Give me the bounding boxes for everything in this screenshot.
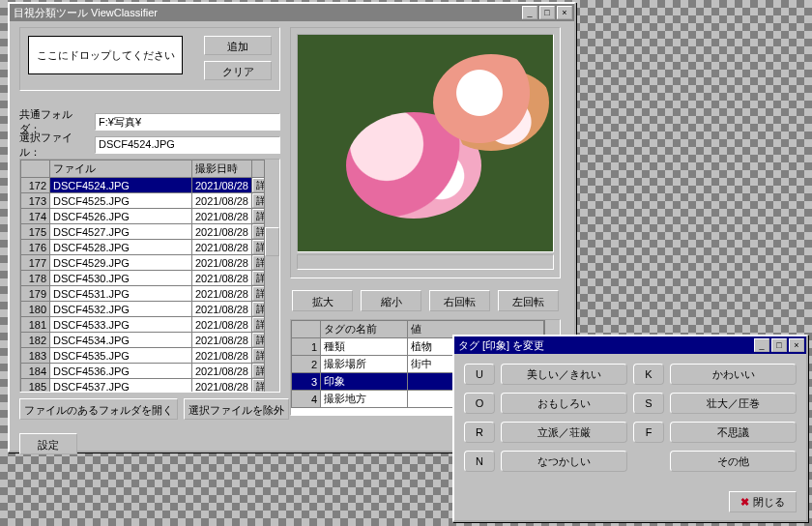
tag-option-key[interactable]: N bbox=[464, 451, 495, 472]
drop-panel: ここにドロップしてください 追加 クリア bbox=[19, 27, 280, 91]
dialog-title: タグ [印象] を変更 bbox=[456, 338, 752, 353]
tag-option-key[interactable]: R bbox=[464, 422, 495, 443]
cell-datetime: 2021/08/28 bbox=[191, 317, 251, 333]
remove-selected-button[interactable]: 選択ファイルを除外 bbox=[184, 398, 289, 420]
rotate-right-button[interactable]: 右回転 bbox=[429, 290, 490, 311]
table-row[interactable]: 177DSCF4529.JPG2021/08/28詳細 bbox=[21, 255, 279, 271]
file-grid-scrollbar[interactable] bbox=[264, 160, 279, 392]
table-row[interactable]: 185DSCF4537.JPG2021/08/28詳細 bbox=[21, 379, 279, 394]
cell-file: DSCF4528.JPG bbox=[50, 240, 192, 255]
add-button[interactable]: 追加 bbox=[204, 36, 272, 55]
open-folder-button[interactable]: ファイルのあるフォルダを開く bbox=[19, 398, 178, 420]
tag-col-name[interactable]: タグの名前 bbox=[321, 321, 408, 338]
preview-scrollbar[interactable] bbox=[297, 254, 554, 270]
maximize-icon[interactable]: □ bbox=[539, 6, 555, 19]
cell-datetime: 2021/08/28 bbox=[191, 333, 251, 348]
table-row[interactable]: 181DSCF4533.JPG2021/08/28詳細 bbox=[21, 317, 279, 333]
cell-file: DSCF4524.JPG bbox=[50, 178, 192, 193]
cell-file: DSCF4531.JPG bbox=[50, 286, 192, 302]
cell-datetime: 2021/08/28 bbox=[191, 209, 251, 224]
tag-row-number: 2 bbox=[292, 356, 321, 373]
table-row[interactable]: 182DSCF4534.JPG2021/08/28詳細 bbox=[21, 333, 279, 348]
tag-name-cell: 印象 bbox=[321, 373, 408, 391]
row-number: 185 bbox=[21, 379, 50, 394]
selfile-field[interactable]: DSCF4524.JPG bbox=[95, 136, 280, 154]
tag-option-button[interactable]: 壮大／圧巻 bbox=[670, 393, 797, 414]
table-row[interactable]: 184DSCF4536.JPG2021/08/28詳細 bbox=[21, 364, 279, 379]
cell-file: DSCF4527.JPG bbox=[50, 224, 192, 240]
drop-target[interactable]: ここにドロップしてください bbox=[28, 36, 183, 74]
tag-option: Kかわいい bbox=[633, 364, 797, 385]
tag-option-button[interactable]: 立派／荘厳 bbox=[501, 422, 627, 443]
settings-button[interactable]: 設定 bbox=[19, 433, 77, 454]
tag-option-button[interactable]: かわいい bbox=[670, 364, 797, 385]
row-number: 177 bbox=[21, 255, 50, 271]
table-row[interactable]: 178DSCF4530.JPG2021/08/28詳細 bbox=[21, 271, 279, 286]
cell-file: DSCF4529.JPG bbox=[50, 255, 192, 271]
tag-name-cell: 撮影地方 bbox=[321, 391, 408, 408]
tag-row-number: 3 bbox=[292, 373, 321, 391]
tag-option-key[interactable]: O bbox=[464, 393, 495, 414]
tag-option: その他 bbox=[633, 451, 797, 472]
minimize-icon[interactable]: _ bbox=[522, 6, 537, 19]
cell-file: DSCF4525.JPG bbox=[50, 193, 192, 209]
folder-field[interactable]: F:¥写真¥ bbox=[95, 113, 280, 131]
dialog-close-icon[interactable]: × bbox=[789, 338, 804, 352]
cell-datetime: 2021/08/28 bbox=[191, 178, 251, 193]
tag-option-button[interactable]: 不思議 bbox=[670, 422, 797, 443]
dialog-titlebar[interactable]: タグ [印象] を変更 _ □ × bbox=[454, 336, 806, 354]
clear-button[interactable]: クリア bbox=[204, 61, 272, 80]
row-number: 172 bbox=[21, 178, 50, 193]
tag-option: R立派／荘厳 bbox=[464, 422, 627, 443]
row-number: 175 bbox=[21, 224, 50, 240]
close-icon[interactable]: × bbox=[557, 6, 572, 19]
row-number: 181 bbox=[21, 317, 50, 333]
tag-name-cell: 種類 bbox=[321, 338, 408, 356]
col-file[interactable]: ファイル bbox=[50, 161, 192, 178]
cell-file: DSCF4534.JPG bbox=[50, 333, 192, 348]
tag-option-key[interactable]: U bbox=[464, 364, 495, 385]
table-row[interactable]: 179DSCF4531.JPG2021/08/28詳細 bbox=[21, 286, 279, 302]
tag-option: Oおもしろい bbox=[464, 393, 627, 414]
tag-option-button[interactable]: おもしろい bbox=[501, 393, 627, 414]
table-row[interactable]: 174DSCF4526.JPG2021/08/28詳細 bbox=[21, 209, 279, 224]
cell-file: DSCF4530.JPG bbox=[50, 271, 192, 286]
tag-option: F不思議 bbox=[633, 422, 797, 443]
file-grid[interactable]: ファイル 撮影日時 172DSCF4524.JPG2021/08/28詳細173… bbox=[19, 159, 280, 393]
table-row[interactable]: 172DSCF4524.JPG2021/08/28詳細 bbox=[21, 178, 279, 193]
table-row[interactable]: 183DSCF4535.JPG2021/08/28詳細 bbox=[21, 348, 279, 364]
cell-datetime: 2021/08/28 bbox=[191, 224, 251, 240]
cell-file: DSCF4532.JPG bbox=[50, 302, 192, 317]
tag-option-key[interactable]: K bbox=[633, 364, 664, 385]
col-datetime[interactable]: 撮影日時 bbox=[191, 161, 251, 178]
dialog-minimize-icon[interactable]: _ bbox=[754, 338, 769, 352]
tag-option-button[interactable]: その他 bbox=[670, 451, 797, 472]
main-titlebar[interactable]: 目視分類ツール ViewClassifier _ □ × bbox=[10, 4, 574, 21]
tag-option-button[interactable]: 美しい／きれい bbox=[501, 364, 627, 385]
table-row[interactable]: 180DSCF4532.JPG2021/08/28詳細 bbox=[21, 302, 279, 317]
table-row[interactable]: 176DSCF4528.JPG2021/08/28詳細 bbox=[21, 240, 279, 255]
table-row[interactable]: 173DSCF4525.JPG2021/08/28詳細 bbox=[21, 193, 279, 209]
preview-image[interactable] bbox=[297, 34, 554, 252]
main-title: 目視分類ツール ViewClassifier bbox=[12, 6, 520, 20]
dialog-maximize-icon[interactable]: □ bbox=[771, 338, 787, 352]
row-number: 179 bbox=[21, 286, 50, 302]
tag-option-key[interactable]: F bbox=[633, 422, 664, 443]
table-row[interactable]: 175DSCF4527.JPG2021/08/28詳細 bbox=[21, 224, 279, 240]
row-number: 183 bbox=[21, 348, 50, 364]
row-number: 174 bbox=[21, 209, 50, 224]
cell-datetime: 2021/08/28 bbox=[191, 379, 251, 394]
tag-option-key[interactable]: S bbox=[633, 393, 664, 414]
selfile-label: 選択ファイル： bbox=[19, 131, 91, 160]
rotate-left-button[interactable]: 左回転 bbox=[498, 290, 559, 311]
cell-datetime: 2021/08/28 bbox=[191, 240, 251, 255]
cell-datetime: 2021/08/28 bbox=[191, 271, 251, 286]
tag-option-button[interactable]: なつかしい bbox=[501, 451, 627, 472]
zoom-out-button[interactable]: 縮小 bbox=[361, 290, 421, 311]
zoom-in-button[interactable]: 拡大 bbox=[292, 290, 353, 311]
dialog-close-button[interactable]: ✖ 閉じる bbox=[729, 491, 797, 512]
row-number: 184 bbox=[21, 364, 50, 379]
cell-datetime: 2021/08/28 bbox=[191, 255, 251, 271]
tag-option: Nなつかしい bbox=[464, 451, 627, 472]
scrollbar-thumb[interactable] bbox=[265, 227, 279, 256]
